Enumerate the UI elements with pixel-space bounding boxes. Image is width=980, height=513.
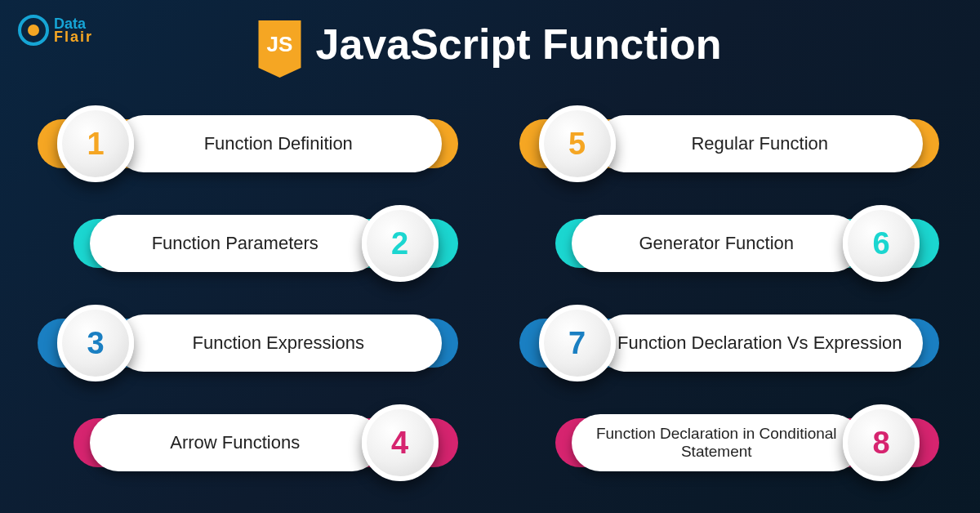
- pill-body: Regular Function: [597, 115, 924, 172]
- pill-body: Generator Function: [572, 215, 862, 272]
- item-label: Function Declaration Vs Expression: [608, 332, 912, 353]
- number-badge: 4: [362, 404, 439, 481]
- item-label: Function Declaration in Conditional Stat…: [572, 425, 862, 461]
- brand-bottom: Flair: [54, 29, 93, 44]
- pill-body: Function Declaration in Conditional Stat…: [572, 414, 862, 471]
- item-number: 3: [87, 326, 104, 361]
- item-number: 5: [568, 127, 586, 162]
- number-badge: 3: [57, 305, 134, 381]
- item-label: Function Definition: [194, 133, 363, 154]
- list-item: Arrow Functions 4: [74, 409, 458, 476]
- number-badge: 6: [843, 205, 920, 282]
- item-label: Generator Function: [629, 233, 804, 253]
- item-number: 2: [391, 226, 408, 261]
- list-item: Function Parameters 2: [74, 210, 458, 277]
- item-number: 8: [872, 426, 889, 461]
- number-badge: 7: [539, 305, 616, 381]
- number-badge: 1: [57, 105, 134, 182]
- list-item: Regular Function 5: [519, 110, 940, 177]
- list-item: Function Declaration Vs Expression 7: [519, 310, 940, 377]
- number-badge: 8: [843, 404, 920, 481]
- item-number: 4: [391, 426, 408, 461]
- pill-body: Function Parameters: [90, 215, 381, 272]
- list-item: Function Declaration in Conditional Stat…: [555, 409, 940, 476]
- number-badge: 5: [539, 105, 616, 182]
- pill-body: Function Definition: [115, 115, 442, 172]
- list-item: Function Expressions 3: [38, 310, 458, 377]
- item-label: Function Expressions: [183, 332, 374, 353]
- item-label: Arrow Functions: [160, 432, 310, 453]
- items-grid: Function Definition 1 Regular Function 5…: [0, 110, 980, 476]
- header: JS JavaScript Function: [259, 20, 722, 69]
- page-title: JavaScript Function: [316, 20, 722, 69]
- pill-body: Function Expressions: [115, 314, 442, 372]
- brand-logo-text: Data Flair: [54, 16, 93, 44]
- js-badge-text: JS: [267, 32, 293, 57]
- number-badge: 2: [362, 205, 439, 282]
- brand-logo-icon: [18, 15, 49, 46]
- brand-logo: Data Flair: [18, 15, 93, 46]
- item-number: 7: [568, 326, 586, 361]
- item-number: 1: [87, 127, 104, 162]
- js-badge-icon: JS: [259, 20, 301, 68]
- list-item: Generator Function 6: [555, 210, 940, 277]
- list-item: Function Definition 1: [38, 110, 458, 177]
- item-number: 6: [872, 226, 889, 261]
- item-label: Function Parameters: [142, 233, 328, 253]
- item-label: Regular Function: [681, 133, 838, 154]
- pill-body: Arrow Functions: [90, 414, 381, 471]
- pill-body: Function Declaration Vs Expression: [597, 314, 924, 372]
